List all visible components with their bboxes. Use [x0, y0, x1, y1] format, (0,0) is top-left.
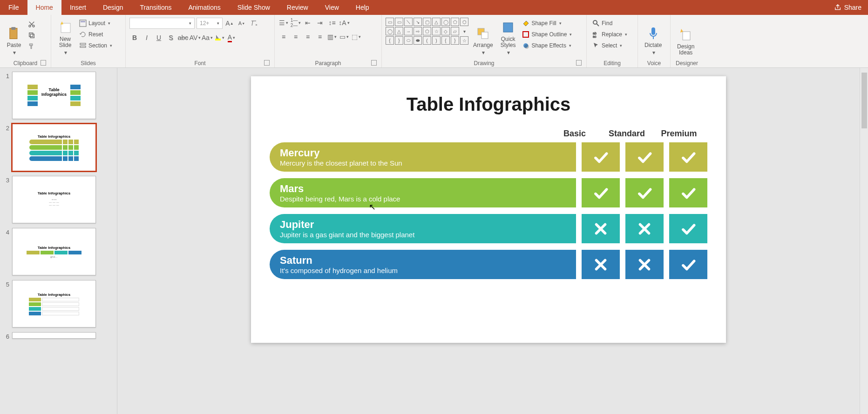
copy-button[interactable]	[26, 31, 37, 40]
smartart-icon[interactable]: ⬚▾	[351, 32, 361, 42]
dialog-launcher-icon[interactable]	[576, 60, 582, 66]
tab-slide-show[interactable]: Slide Show	[229, 0, 278, 15]
arrange-button[interactable]: Arrange▾	[470, 18, 496, 57]
increase-indent-icon[interactable]: ⇥	[315, 18, 325, 28]
info-row[interactable]: SaturnIt's composed of hydrogen and heli…	[270, 250, 707, 279]
planet-pill[interactable]: SaturnIt's composed of hydrogen and heli…	[270, 250, 576, 279]
vertical-scrollbar[interactable]	[860, 68, 868, 414]
tab-help[interactable]: Help	[347, 0, 378, 15]
decrease-indent-icon[interactable]: ⇤	[303, 18, 313, 28]
italic-button[interactable]: I	[142, 33, 152, 43]
numbering-button[interactable]: 1―2―▾	[291, 18, 301, 28]
text-direction-icon[interactable]: ↕A▾	[339, 18, 349, 28]
plan-header[interactable]: Basic	[556, 129, 594, 139]
dialog-launcher-icon[interactable]	[371, 60, 377, 66]
plan-header[interactable]: Premium	[660, 129, 698, 139]
slide-thumbnail[interactable]	[12, 332, 96, 339]
svg-rect-13	[481, 32, 488, 39]
planet-pill[interactable]: JupiterJupiter is a gas giant and the bi…	[270, 214, 576, 243]
slide-thumbnail[interactable]: TableInfographics	[12, 72, 96, 119]
clear-format-icon[interactable]	[249, 18, 259, 28]
strike-button[interactable]: abc	[178, 33, 188, 43]
slide-thumbnail[interactable]: Table Infographics	[12, 280, 96, 327]
slide-canvas-area[interactable]: Table Infographics BasicStandardPremium …	[117, 68, 860, 414]
bold-button[interactable]: B	[129, 33, 140, 43]
format-painter-button[interactable]	[26, 42, 37, 51]
select-button[interactable]: Select▾	[590, 41, 629, 50]
slide-thumbnail[interactable]: Table Infographics▪ ▪ ▪― ― ―― ― ―	[12, 176, 96, 223]
group-label-designer: Designer	[676, 60, 698, 67]
shape-effects-button[interactable]: Shape Effects▾	[520, 41, 574, 50]
shadow-button[interactable]: S	[166, 33, 176, 43]
layout-button[interactable]: Layout▾	[77, 19, 114, 28]
change-case-button[interactable]: Aa▾	[202, 33, 212, 43]
font-size-dropdown[interactable]: 12+▾	[197, 18, 223, 29]
cross-mark[interactable]	[582, 250, 620, 279]
new-slide-button[interactable]: New Slide▾	[55, 18, 75, 57]
check-mark[interactable]	[582, 142, 620, 172]
tab-design[interactable]: Design	[95, 0, 132, 15]
cross-mark[interactable]	[582, 214, 620, 243]
plan-header[interactable]: Standard	[608, 129, 646, 139]
paste-button[interactable]: Paste▾	[4, 18, 24, 57]
cut-button[interactable]	[26, 20, 37, 29]
tab-transitions[interactable]: Transitions	[132, 0, 180, 15]
align-center-icon[interactable]: ≡	[291, 32, 301, 42]
planet-pill[interactable]: MarsDespite being red, Mars is a cold pl…	[270, 178, 576, 207]
cross-mark[interactable]	[625, 250, 664, 279]
quick-styles-button[interactable]: Quick Styles▾	[498, 18, 519, 57]
check-mark[interactable]	[669, 178, 707, 207]
reset-button[interactable]: Reset	[77, 30, 114, 39]
check-mark[interactable]	[669, 250, 707, 279]
dictate-button[interactable]: Dictate▾	[642, 18, 665, 57]
shape-outline-button[interactable]: Shape Outline▾	[520, 30, 574, 39]
section-button[interactable]: Section▾	[77, 41, 114, 50]
tab-insert[interactable]: Insert	[61, 0, 95, 15]
tab-file[interactable]: File	[0, 0, 27, 15]
align-left-icon[interactable]: ≡	[278, 32, 289, 42]
tab-home[interactable]: Home	[27, 0, 61, 15]
info-row[interactable]: JupiterJupiter is a gas giant and the bi…	[270, 214, 707, 243]
planet-pill[interactable]: MercuryMercury is the closest planet to …	[270, 142, 576, 172]
decrease-font-icon[interactable]: A▼	[237, 18, 247, 28]
align-text-icon[interactable]: ▭▾	[339, 32, 349, 42]
share-button[interactable]: Share	[827, 4, 868, 11]
tab-review[interactable]: Review	[278, 0, 317, 15]
slide-thumbnail[interactable]: Table Infographics	[12, 124, 96, 171]
dialog-launcher-icon[interactable]	[264, 60, 270, 66]
check-mark[interactable]	[669, 142, 707, 172]
check-mark[interactable]	[669, 214, 707, 243]
slide-title[interactable]: Table Infographics	[270, 94, 707, 115]
dialog-launcher-icon[interactable]	[41, 60, 46, 66]
shape-fill-button[interactable]: Shape Fill▾	[520, 19, 574, 28]
tab-animations[interactable]: Animations	[180, 0, 229, 15]
highlight-button[interactable]: ▾	[214, 33, 224, 43]
slide-thumbnails-panel[interactable]: 1TableInfographics2Table Infographics3Ta…	[0, 68, 117, 414]
justify-icon[interactable]: ≡	[315, 32, 325, 42]
design-ideas-button[interactable]: Design Ideas	[674, 18, 697, 57]
line-spacing-icon[interactable]: ↕≡	[327, 18, 337, 28]
group-label-font: Font	[194, 60, 205, 67]
font-family-dropdown[interactable]: ▾	[129, 18, 195, 29]
check-mark[interactable]	[582, 178, 620, 207]
info-row[interactable]: MercuryMercury is the closest planet to …	[270, 142, 707, 172]
cross-mark[interactable]	[625, 214, 664, 243]
thumb-number: 6	[2, 332, 9, 340]
font-color-button[interactable]: A▾	[226, 33, 237, 43]
align-right-icon[interactable]: ≡	[303, 32, 313, 42]
tab-view[interactable]: View	[317, 0, 347, 15]
check-mark[interactable]	[625, 178, 664, 207]
bullets-button[interactable]: ☰▾	[278, 18, 289, 28]
check-mark[interactable]	[625, 142, 664, 172]
columns-icon[interactable]: ▥▾	[327, 32, 337, 42]
find-button[interactable]: Find	[590, 19, 629, 28]
planet-desc: Despite being red, Mars is a cold place	[280, 195, 566, 203]
replace-button[interactable]: abacReplace▾	[590, 30, 629, 39]
underline-button[interactable]: U	[154, 33, 164, 43]
info-row[interactable]: MarsDespite being red, Mars is a cold pl…	[270, 178, 707, 207]
slide[interactable]: Table Infographics BasicStandardPremium …	[251, 76, 726, 343]
char-spacing-button[interactable]: AV▾	[190, 33, 200, 43]
shapes-gallery[interactable]: ▭▭＼↘▢△◯⬠⬡ ◯△→⇨⬠☆◇▱▾ {}⬭⬬(){}☆	[386, 18, 468, 45]
increase-font-icon[interactable]: A▲	[224, 18, 235, 28]
slide-thumbnail[interactable]: Table Infographicsgrid…	[12, 228, 96, 275]
